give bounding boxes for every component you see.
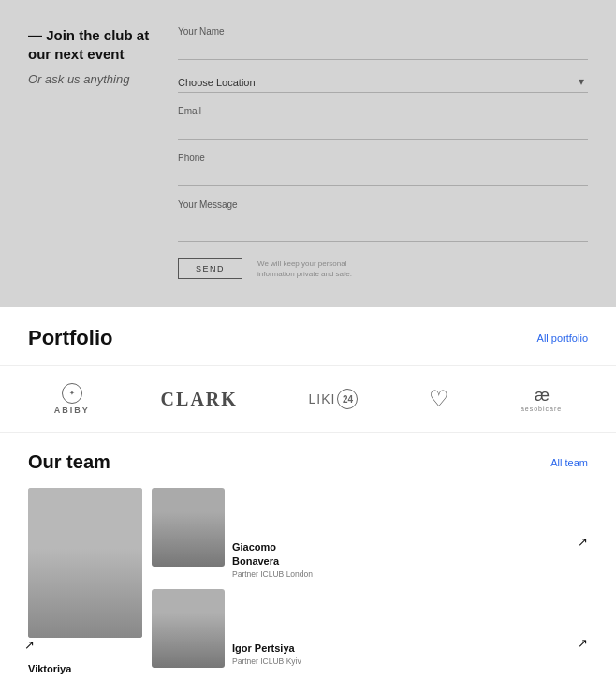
aesobicare-text: aesobicare xyxy=(521,406,562,412)
logo-aesobicare[interactable]: æ aesobicare xyxy=(521,386,562,412)
viktoriya-name: ViktoriyaTigipko xyxy=(28,662,142,679)
aesobicare-symbol: æ xyxy=(535,386,548,406)
abiby-circle-icon: ✦ xyxy=(62,383,82,404)
silhouette-male-icon xyxy=(152,488,225,567)
portfolio-title: Portfolio xyxy=(28,326,112,350)
phone-input[interactable] xyxy=(178,169,588,186)
location-select-wrapper: Choose Location xyxy=(178,73,588,93)
logo-heart[interactable]: ♡ xyxy=(429,386,449,412)
email-label: Email xyxy=(178,106,588,116)
logo-clark[interactable]: CLARK xyxy=(161,389,238,410)
heart-icon: ♡ xyxy=(429,386,449,412)
privacy-text: We will keep your personal information p… xyxy=(257,258,370,279)
team-card-igor-row: Igor Pertsiya ↗ Partner ICLUB Kyiv xyxy=(152,589,588,668)
team-section: Our team All team ↗ ViktoriyaTigipko ICL… xyxy=(0,433,616,679)
portfolio-section: Portfolio All portfolio xyxy=(0,307,616,366)
silhouette-male-2-icon xyxy=(152,589,225,668)
contact-form: Your Name Choose Location Email Phone Yo… xyxy=(178,26,588,279)
giacomo-name: GiacomoBonavera xyxy=(232,540,279,568)
giacomo-photo xyxy=(152,488,225,567)
contact-subtext: Or ask us anything xyxy=(28,72,159,86)
location-select[interactable]: Choose Location xyxy=(178,75,588,93)
igor-photo xyxy=(152,589,225,668)
logo-liki[interactable]: LIKI 24 xyxy=(309,389,359,409)
team-card-viktoriya[interactable]: ↗ ViktoriyaTigipko ICLUB President xyxy=(28,488,142,679)
contact-left: — Join the club at our next event Or ask… xyxy=(28,26,159,279)
liki-circle-icon: 24 xyxy=(337,389,358,409)
name-label: Your Name xyxy=(178,26,588,37)
giacomo-role: Partner ICLUB London xyxy=(232,569,588,580)
main-content: Portfolio All portfolio ✦ ABIBY CLARK LI… xyxy=(0,307,616,679)
team-cards: ↗ ViktoriyaTigipko ICLUB President xyxy=(28,488,588,679)
igor-info: Igor Pertsiya ↗ Partner ICLUB Kyiv xyxy=(232,589,588,667)
email-field-group: Email xyxy=(178,106,588,140)
team-card-giacomo[interactable] xyxy=(152,488,225,567)
silhouette-female-icon xyxy=(28,488,142,638)
igor-role: Partner ICLUB Kyiv xyxy=(232,657,588,667)
message-label: Your Message xyxy=(178,199,588,210)
all-portfolio-link[interactable]: All portfolio xyxy=(537,332,588,344)
team-header: Our team All team xyxy=(28,451,588,473)
message-field-group: Your Message xyxy=(178,199,588,245)
liki-text: LIKI xyxy=(309,391,336,406)
all-team-link[interactable]: All team xyxy=(550,457,588,468)
logo-abiby[interactable]: ✦ ABIBY xyxy=(54,383,90,415)
phone-field-group: Phone xyxy=(178,153,588,186)
team-card-igor[interactable] xyxy=(152,589,225,668)
igor-arrow-icon: ↗ xyxy=(578,636,588,650)
email-input[interactable] xyxy=(178,122,588,140)
giacomo-info: GiacomoBonavera ↗ Partner ICLUB London xyxy=(232,488,588,580)
name-field-group: Your Name xyxy=(178,26,588,60)
form-bottom: SEND We will keep your personal informat… xyxy=(178,258,588,279)
viktoriya-photo xyxy=(28,488,142,638)
send-button[interactable]: SEND xyxy=(178,258,242,279)
page-wrapper: — Join the club at our next event Or ask… xyxy=(0,0,616,679)
team-title: Our team xyxy=(28,451,110,473)
contact-section: — Join the club at our next event Or ask… xyxy=(0,0,616,307)
igor-name: Igor Pertsiya xyxy=(232,642,295,655)
giacomo-arrow-icon: ↗ xyxy=(578,535,588,549)
location-field-group: Choose Location xyxy=(178,73,588,93)
phone-label: Phone xyxy=(178,153,588,163)
team-cards-right: GiacomoBonavera ↗ Partner ICLUB London xyxy=(152,488,588,668)
contact-headline: — Join the club at our next event xyxy=(28,26,159,63)
abiby-text: ABIBY xyxy=(54,406,90,415)
viktoriya-arrow-icon: ↗ xyxy=(24,638,35,652)
clark-text: CLARK xyxy=(161,389,238,410)
team-card-giacomo-row: GiacomoBonavera ↗ Partner ICLUB London xyxy=(152,488,588,580)
message-input[interactable] xyxy=(178,214,588,242)
name-input[interactable] xyxy=(178,42,588,60)
logo-row: ✦ ABIBY CLARK LIKI 24 ♡ æ aesobicare xyxy=(0,366,616,433)
